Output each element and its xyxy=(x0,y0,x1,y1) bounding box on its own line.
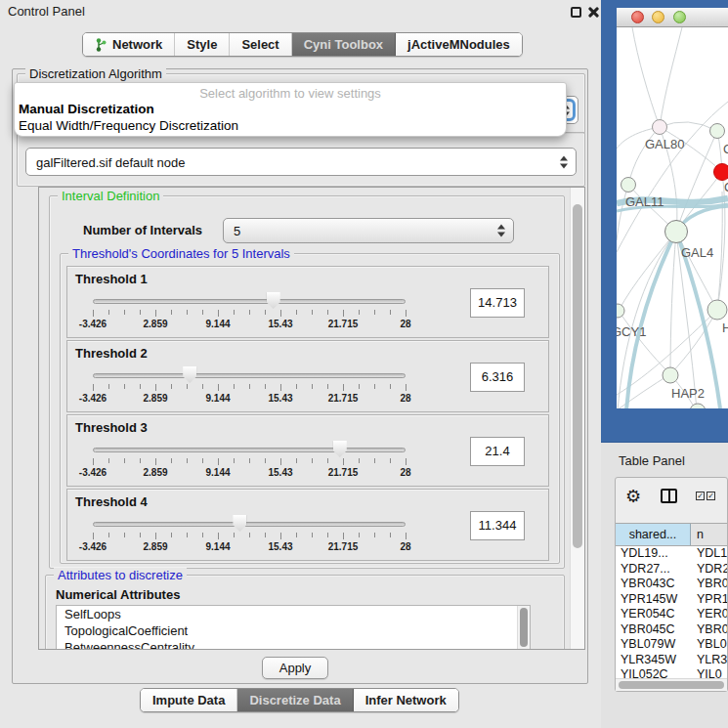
tab-discretize-data[interactable]: Discretize Data xyxy=(237,689,353,711)
threshold-value-field[interactable]: 21.4 xyxy=(470,437,525,466)
cell-shared-name[interactable]: YER054C xyxy=(616,607,691,622)
list-scrollbar-thumb[interactable] xyxy=(520,608,528,647)
cell-name[interactable]: YDR2 xyxy=(691,562,727,578)
table-row[interactable]: YLR345WYLR3 xyxy=(616,653,727,668)
edge[interactable] xyxy=(619,311,670,374)
table-row[interactable]: YBR043CYBR0 xyxy=(616,577,727,592)
cell-shared-name[interactable]: YBL079W xyxy=(616,637,691,653)
minor-tick xyxy=(140,310,141,315)
slider-track[interactable] xyxy=(93,373,406,378)
edge[interactable] xyxy=(617,185,628,240)
mac-minimize-button[interactable] xyxy=(652,11,664,23)
cell-shared-name[interactable]: YPR145W xyxy=(616,592,691,608)
slider-thumb[interactable] xyxy=(233,515,246,532)
minor-tick xyxy=(265,533,266,537)
edge[interactable] xyxy=(660,122,717,131)
attribute-list-item[interactable]: BetweennessCentrality xyxy=(57,639,530,650)
tab-infer-network[interactable]: Infer Network xyxy=(354,689,458,711)
column-header-name[interactable]: n xyxy=(691,524,727,545)
threshold-slider[interactable]: -3.4262.8599.14415.4321.71528 xyxy=(85,292,413,337)
attribute-list-item[interactable]: SelfLoops xyxy=(57,606,530,622)
network-node[interactable] xyxy=(714,164,728,181)
threshold-value-field[interactable]: 14.713 xyxy=(470,288,525,318)
apply-button[interactable]: Apply xyxy=(262,657,328,679)
threshold-value-field[interactable]: 6.316 xyxy=(470,363,525,392)
network-node[interactable] xyxy=(617,304,624,318)
network-node[interactable] xyxy=(707,300,727,320)
tab-impute-data[interactable]: Impute Data xyxy=(141,689,237,711)
horizontal-scrollbar-thumb[interactable] xyxy=(619,681,724,689)
tick-label: -3.426 xyxy=(79,393,107,404)
edge[interactable] xyxy=(632,27,660,127)
major-tick xyxy=(406,384,407,391)
network-node[interactable] xyxy=(621,178,636,193)
cell-shared-name[interactable]: YBR045C xyxy=(616,622,691,638)
cell-name[interactable]: YDL1 xyxy=(691,546,727,562)
threshold-slider[interactable]: -3.4262.8599.14415.4321.71528 xyxy=(85,515,413,560)
cell-name[interactable]: YBL0 xyxy=(691,637,727,653)
column-header-shared-name[interactable]: shared... xyxy=(616,524,691,545)
threshold-panel-2: Threshold 2-3.4262.8599.14415.4321.71528… xyxy=(66,340,549,412)
tab-jactivemnodules[interactable]: jActiveMNodules xyxy=(396,33,522,56)
select-columns-icon[interactable]: ✓ ✓ xyxy=(696,492,715,500)
mac-zoom-button[interactable] xyxy=(673,11,686,23)
major-tick xyxy=(93,533,94,539)
cell-name[interactable]: YBR0 xyxy=(691,622,727,638)
cell-shared-name[interactable]: YLR345W xyxy=(616,653,691,668)
threshold-slider[interactable]: -3.4262.8599.14415.4321.71528 xyxy=(85,366,413,411)
cell-shared-name[interactable]: YDR27... xyxy=(616,562,691,578)
threshold-value-field[interactable]: 11.344 xyxy=(470,511,525,540)
horizontal-scrollbar[interactable] xyxy=(616,678,727,691)
tick-label: 21.715 xyxy=(328,393,359,404)
tick-label: 2.859 xyxy=(143,319,167,329)
cell-shared-name[interactable]: YDL19... xyxy=(616,546,691,562)
cell-name[interactable]: YLR3 xyxy=(691,653,727,668)
tab-select[interactable]: Select xyxy=(230,33,291,56)
attribute-list-item[interactable]: TopologicalCoefficient xyxy=(57,622,530,639)
tab-network[interactable]: Network xyxy=(83,33,175,56)
close-icon[interactable] xyxy=(587,7,598,18)
minor-tick xyxy=(202,384,203,389)
network-node[interactable] xyxy=(653,120,667,135)
edge[interactable] xyxy=(617,374,670,408)
cell-shared-name[interactable]: YBR043C xyxy=(616,577,691,592)
dropdown-option-equal-width-frequency[interactable]: Equal Width/Frequency Discretization xyxy=(15,117,566,134)
network-node[interactable] xyxy=(665,221,688,243)
tick-label: 15.43 xyxy=(268,319,292,329)
tick-label: 21.715 xyxy=(328,541,359,552)
table-row[interactable]: YBR045CYBR0 xyxy=(616,622,727,638)
dropdown-option-manual-discretization[interactable]: Manual Discretization xyxy=(15,101,566,117)
network-node[interactable] xyxy=(663,367,678,383)
network-canvas[interactable]: GAL80GCGAL11GAL4GCY1HHAP2 xyxy=(617,27,728,408)
edge[interactable] xyxy=(660,27,682,127)
table-row[interactable]: YDR27...YDR2 xyxy=(616,562,727,578)
cell-name[interactable]: YBR0 xyxy=(691,577,727,592)
mac-close-button[interactable] xyxy=(631,11,644,23)
cell-name[interactable]: YER0 xyxy=(691,607,727,622)
column-layout-icon[interactable] xyxy=(661,489,677,503)
gear-icon[interactable]: ⚙ xyxy=(625,486,641,507)
slider-thumb[interactable] xyxy=(267,292,280,309)
vertical-scrollbar-thumb[interactable] xyxy=(573,204,582,548)
cell-name[interactable]: YPR1 xyxy=(691,592,727,608)
slider-thumb[interactable] xyxy=(183,366,196,383)
float-window-icon[interactable] xyxy=(571,7,581,18)
network-node[interactable] xyxy=(710,124,725,139)
tab-cyni-toolbox[interactable]: Cyni Toolbox xyxy=(292,33,396,56)
slider-track[interactable] xyxy=(93,448,406,452)
table-row[interactable]: YPR145WYPR1 xyxy=(616,592,727,608)
number-of-intervals-spinner[interactable]: 5 xyxy=(223,218,514,243)
tick-label: 9.144 xyxy=(205,467,230,478)
slider-track[interactable] xyxy=(93,522,406,527)
table-data-combobox[interactable]: galFiltered.sif default node xyxy=(25,148,577,176)
threshold-slider[interactable]: -3.4262.8599.14415.4321.71528 xyxy=(85,441,413,486)
table-row[interactable]: YDL19...YDL1 xyxy=(616,546,727,562)
table-row[interactable]: YER054CYER0 xyxy=(616,607,727,622)
table-row[interactable]: YBL079WYBL0 xyxy=(616,637,727,653)
slider-track[interactable] xyxy=(93,299,406,304)
number-of-intervals-label: Number of Intervals xyxy=(83,223,202,237)
slider-thumb[interactable] xyxy=(333,441,347,457)
list-scrollbar[interactable] xyxy=(517,606,530,650)
tab-style[interactable]: Style xyxy=(175,33,230,56)
vertical-scrollbar[interactable] xyxy=(570,188,584,649)
